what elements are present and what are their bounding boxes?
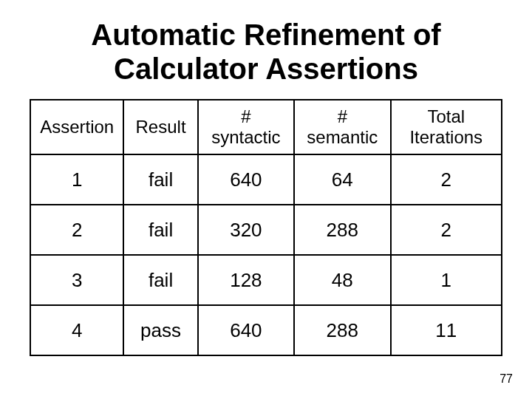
cell-semantic: 288 [294,205,390,255]
col-header-syntactic: # syntactic [198,100,294,154]
cell-semantic: 64 [294,154,390,205]
col-header-semantic-l2: semantic [307,127,378,147]
data-table: Assertion Result # syntactic # semantic … [30,99,502,356]
col-header-result: Result [123,100,197,154]
cell-syntactic: 640 [198,154,294,205]
cell-iterations: 11 [391,305,502,355]
table-row: 1 fail 640 64 2 [30,154,502,205]
cell-syntactic: 320 [198,205,294,255]
cell-semantic: 48 [294,255,390,305]
cell-assertion: 1 [30,154,123,205]
cell-result: fail [123,154,197,205]
page-number: 77 [499,372,513,386]
table-row: 4 pass 640 288 11 [30,305,502,355]
col-header-assertion: Assertion [30,100,123,154]
table-row: 2 fail 320 288 2 [30,205,502,255]
col-header-iterations-l2: Iterations [409,127,482,147]
col-header-iterations: Total Iterations [391,100,502,154]
table-row: 3 fail 128 48 1 [30,255,502,305]
slide-title: Automatic Refinement of Calculator Asser… [30,18,502,86]
slide: Automatic Refinement of Calculator Asser… [0,0,532,399]
col-header-semantic-l1: # [338,106,347,126]
cell-assertion: 2 [30,205,123,255]
cell-assertion: 4 [30,305,123,355]
col-header-iterations-l1: Total [427,106,465,126]
cell-result: pass [123,305,197,355]
col-header-semantic: # semantic [294,100,390,154]
col-header-syntactic-l1: # [241,106,250,126]
col-header-syntactic-l2: syntactic [211,127,280,147]
cell-semantic: 288 [294,305,390,355]
cell-syntactic: 640 [198,305,294,355]
table-header-row: Assertion Result # syntactic # semantic … [30,100,502,154]
cell-iterations: 2 [391,154,502,205]
cell-iterations: 2 [391,205,502,255]
cell-result: fail [123,255,197,305]
cell-assertion: 3 [30,255,123,305]
cell-syntactic: 128 [198,255,294,305]
cell-result: fail [123,205,197,255]
cell-iterations: 1 [391,255,502,305]
